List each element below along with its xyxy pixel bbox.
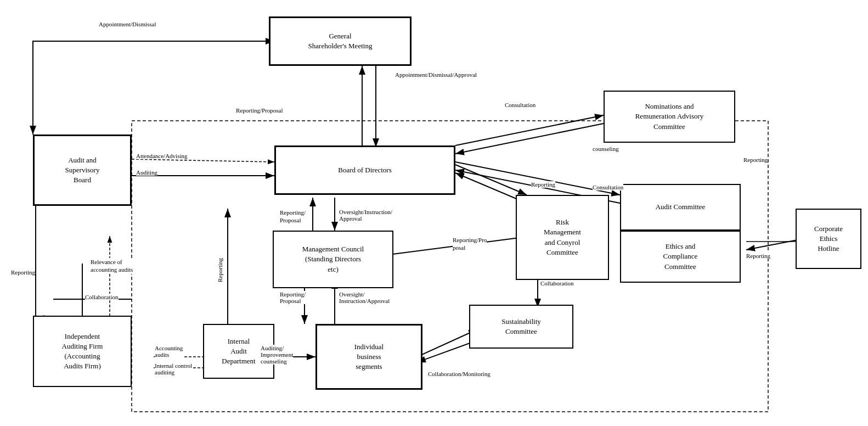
management-council-box: Management Council(Standing Directorsetc… [273,231,393,288]
collaboration-label: Collaboration [85,294,119,300]
internal-audit-label: InternalAuditDepartment [222,337,255,367]
reporting-vertical-label: Reporting [217,258,223,282]
collaboration-monitoring-label: Collaboration/Monitoring [428,371,491,377]
collaboration-risk-label: Collaboration [540,280,574,287]
reporting-mid-label: Reporting [531,181,555,188]
audit-committee-box: Audit Committee [620,184,741,231]
oversight-instruction2-label: Oversight/Instruction/Approval [339,291,390,304]
auditing-improvement-label: Auditing/Improvementcounseling [261,345,293,365]
board-directors-box: Board of Directors [274,145,455,195]
corporate-ethics-label: CorporateEthicsHotline [814,224,843,254]
reporting-right-label: Reporting [743,156,768,163]
svg-line-25 [455,165,527,195]
appt-dismissal-label: Appointment/Dismissal [99,21,156,27]
individual-business-box: Individualbusinesssegments [315,324,422,390]
general-meeting-label: GeneralShareholder's Meeting [308,31,373,51]
nominations-label: Nominations andRemuneration AdvisoryComm… [635,102,704,132]
svg-line-22 [417,329,477,357]
svg-line-23 [417,340,477,362]
consultation-top-label: Consultation [505,102,536,108]
svg-line-30 [455,124,604,154]
reporting-left-label: Reporting [11,269,35,276]
appt-dismissal-approval-label: Appointment/Dismissal/Approval [395,71,477,78]
audit-supervisory-label: Audit andSupervisoryBoard [65,155,100,186]
svg-line-6 [132,159,274,162]
counseling-label: counseling [593,145,619,152]
audit-committee-label: Audit Committee [656,202,706,212]
reporting-proposal-risk-label: Reporting/Proposal [453,236,487,252]
reporting-proposal-low-label: Reporting/Proposal [280,291,306,304]
reporting-proposal-mid-label: Reporting/Proposal [280,209,306,225]
auditing-label: Auditing [136,169,157,176]
management-council-label: Management Council(Standing Directorsetc… [302,244,364,274]
oversight-instruction-label: Oversight/Instruction/Approval [339,209,392,222]
relevance-label: Relevance ofaccounting audits [91,258,133,274]
corporate-ethics-box: CorporateEthicsHotline [796,209,861,269]
individual-business-label: Individualbusinesssegments [354,342,384,372]
risk-management-label: RiskManagementand ConyrolCommittee [544,217,581,257]
internal-control-label: Internal controlauditing [155,362,192,375]
sustainability-label: SustainabilityCommittee [501,317,541,337]
board-directors-label: Board of Directors [338,165,391,175]
independent-auditing-box: IndependentAuditing Firm(AccountingAudit… [33,316,132,387]
reporting-hotline-label: Reporting [746,253,770,259]
sustainability-box: SustainabilityCommittee [469,305,573,349]
accounting-audits-label: Accountingaudits [155,345,183,358]
independent-auditing-label: IndependentAuditing Firm(AccountingAudit… [62,332,103,372]
audit-supervisory-box: Audit andSupervisoryBoard [33,134,132,206]
consultation-right-label: Consultation [593,184,623,190]
ethics-committee-label: Ethics andComplianceCommittee [663,242,698,272]
nominations-box: Nominations andRemuneration AdvisoryComm… [604,91,735,143]
svg-line-31 [455,115,604,145]
general-meeting-box: GeneralShareholder's Meeting [269,16,412,66]
diagram-container: GeneralShareholder's Meeting Audit andSu… [0,0,868,426]
reporting-proposal-top-label: Reporting/Proposal [236,107,283,114]
risk-management-box: RiskManagementand ConyrolCommittee [516,195,609,280]
attendance-advising-label: Attendance/Advising [136,153,187,159]
ethics-committee-box: Ethics andComplianceCommittee [620,231,741,283]
